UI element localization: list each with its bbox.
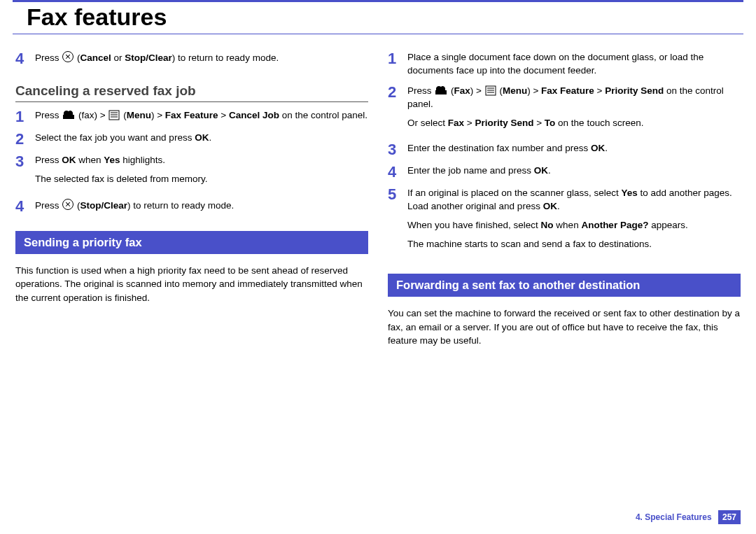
title-bar: Fax features: [13, 0, 743, 34]
step-text: Place a single document face down on the…: [407, 51, 741, 78]
footer-page-number: 257: [718, 510, 741, 524]
footer-chapter: 4. Special Features: [636, 512, 712, 522]
step-item: 2 Press (Fax) > (Menu) > Fax Feature > P…: [388, 85, 741, 136]
step-text: Press (Cancel or Stop/Clear) to return t…: [35, 51, 368, 65]
step-text: Press OK when Yes highlights.The selecte…: [35, 154, 368, 192]
step-item: 3 Enter the destination fax number and p…: [388, 142, 741, 157]
cancel-steps: 1 Press (fax) > (Menu) > Fax Feature > C…: [15, 109, 368, 214]
section-bar-priority: Sending a priority fax: [15, 231, 368, 254]
content-columns: 4 Press (Cancel or Stop/Clear) to return…: [0, 47, 756, 355]
manual-page: Fax features 4 Press (Cancel or Stop/Cle…: [0, 0, 756, 534]
step-text: Select the fax job you want and press OK…: [35, 132, 368, 145]
step-item: 4 Press (Cancel or Stop/Clear) to return…: [15, 51, 368, 66]
menu-icon: [108, 110, 120, 120]
step-number: 1: [388, 51, 407, 66]
step-item: 1 Place a single document face down on t…: [388, 51, 741, 78]
step-number: 2: [15, 132, 35, 147]
priority-steps: 1 Place a single document face down on t…: [388, 51, 741, 257]
step-number: 3: [388, 142, 407, 157]
page-title: Fax features: [27, 3, 743, 31]
step-text: Press (Stop/Clear) to return to ready mo…: [35, 199, 368, 213]
step-text: Enter the destination fax number and pre…: [407, 142, 741, 155]
priority-intro-text: This function is used when a high priori…: [15, 264, 368, 305]
step-text: Press (fax) > (Menu) > Fax Feature > Can…: [35, 109, 368, 122]
menu-icon: [485, 85, 496, 96]
step-number: 4: [388, 164, 407, 180]
left-column: 4 Press (Cancel or Stop/Clear) to return…: [15, 47, 368, 355]
step-number: 4: [15, 51, 35, 66]
right-column: 1 Place a single document face down on t…: [388, 47, 741, 355]
step-text: If an original is placed on the scanner …: [407, 187, 741, 257]
step-item: 4 Press (Stop/Clear) to return to ready …: [15, 199, 368, 214]
step-item: 5 If an original is placed on the scanne…: [388, 187, 741, 257]
step-item: 1 Press (fax) > (Menu) > Fax Feature > C…: [15, 109, 368, 125]
fax-icon: [62, 110, 75, 120]
page-footer: 4. Special Features 257: [636, 510, 741, 524]
step-number: 4: [15, 199, 35, 214]
divider: [15, 101, 368, 102]
sub-heading-cancel: Canceling a reserved fax job: [15, 83, 368, 99]
stop-clear-icon: [62, 199, 74, 210]
step-number: 5: [388, 187, 407, 202]
step-text: Enter the job name and press OK.: [407, 164, 741, 178]
step-number: 3: [15, 154, 35, 169]
step-item: 2 Select the fax job you want and press …: [15, 132, 368, 147]
forwarding-intro-text: You can set the machine to forward the r…: [388, 307, 741, 348]
step-number: 1: [15, 109, 35, 125]
cancel-icon: [62, 51, 74, 62]
fax-icon: [435, 85, 447, 96]
section-bar-forwarding: Forwarding a sent fax to another destina…: [388, 274, 741, 297]
step-item: 4 Enter the job name and press OK.: [388, 164, 741, 180]
step-item: 3 Press OK when Yes highlights.The selec…: [15, 154, 368, 192]
step-number: 2: [388, 85, 407, 100]
step-text: Press (Fax) > (Menu) > Fax Feature > Pri…: [407, 85, 741, 136]
